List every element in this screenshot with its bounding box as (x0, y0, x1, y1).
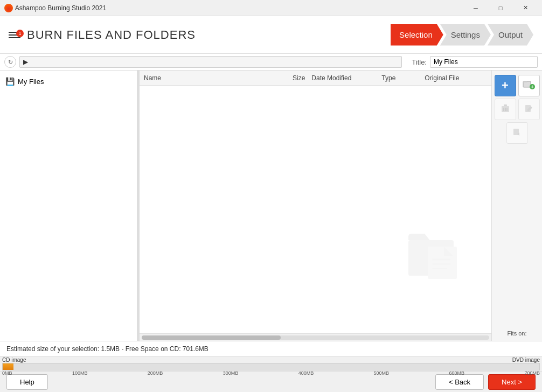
folder-tree: 💾 My Files (0, 71, 137, 341)
path-bar[interactable]: ▶ (19, 56, 402, 68)
file-list: Name Size Date Modified Type Original Fi… (140, 71, 491, 341)
col-header-date: Date Modified (311, 74, 381, 82)
app-title: Ashampoo Burning Studio 2021 (15, 4, 463, 12)
help-button[interactable]: Help (6, 374, 48, 390)
hscroll-thumb[interactable] (142, 335, 281, 340)
page-title: BURN FILES AND FOLDERS (27, 28, 391, 42)
svg-text:+: + (531, 84, 534, 90)
progress-ticks: 0MB 100MB 200MB 300MB 400MB 500MB 600MB … (0, 370, 542, 376)
add-icon: + (502, 79, 509, 93)
app-logo (4, 4, 13, 12)
title-bar: Ashampoo Burning Studio 2021 ─ □ ✕ (0, 0, 542, 16)
rename-icon (524, 103, 534, 116)
right-panel: + + (491, 71, 542, 341)
step-output[interactable]: Output (488, 24, 533, 46)
close-button[interactable]: ✕ (513, 0, 538, 16)
horizontal-scrollbar[interactable] (140, 333, 491, 341)
tree-item-myfiles[interactable]: 💾 My Files (0, 75, 137, 88)
col-header-name: Name (144, 74, 268, 82)
col-header-size: Size (268, 74, 311, 82)
maximize-button[interactable]: □ (488, 0, 513, 16)
header: 1 BURN FILES AND FOLDERS Selection Setti… (0, 16, 542, 54)
action-btn-row-top: + + (495, 75, 540, 96)
svg-rect-1 (428, 247, 457, 279)
main-area: 💾 My Files Name Size Date Modified Type … (0, 71, 542, 341)
fits-on-label: Fits on: (507, 330, 526, 337)
action-btn-row-mid (495, 99, 540, 120)
tree-item-label: My Files (18, 78, 44, 86)
progress-area: CD image DVD image 0MB 100MB 200MB 300MB… (0, 356, 542, 371)
dvd-image-label: DVD image (512, 357, 540, 363)
breadcrumb-row: ↻ ▶ Title: (0, 54, 542, 71)
menu-icon[interactable]: 1 (9, 32, 20, 38)
col-header-original: Original File (425, 74, 487, 82)
progress-bar-track (2, 363, 540, 370)
hscroll-track (142, 335, 489, 340)
file-list-header: Name Size Date Modified Type Original Fi… (140, 71, 491, 86)
window-controls: ─ □ ✕ (463, 0, 538, 16)
step-settings[interactable]: Settings (440, 24, 491, 46)
steps-nav: Selection Settings Output (391, 24, 533, 46)
remove-icon (500, 103, 511, 116)
add-folder-button[interactable]: + (518, 75, 540, 96)
add-folder-icon: + (523, 78, 536, 94)
empty-placeholder (405, 224, 470, 290)
add-files-button[interactable]: + (495, 75, 516, 96)
col-header-type: Type (381, 74, 425, 82)
title-label: Title: (412, 58, 427, 66)
title-input[interactable] (430, 56, 538, 68)
statusbar: Estimated size of your selection: 1.5MB … (0, 341, 542, 356)
next-button[interactable]: Next > (488, 374, 536, 390)
move-icon (512, 127, 523, 140)
step-selection[interactable]: Selection (391, 24, 443, 46)
rename-button[interactable] (518, 99, 540, 120)
back-button[interactable]: < Back (435, 374, 484, 390)
file-list-body[interactable] (140, 86, 491, 333)
drive-icon: 💾 (5, 77, 15, 86)
svg-rect-9 (504, 104, 507, 106)
minimize-button[interactable]: ─ (463, 0, 488, 16)
refresh-button[interactable]: ↻ (4, 56, 16, 68)
move-button[interactable] (506, 122, 528, 144)
remove-button[interactable] (495, 99, 516, 120)
cd-image-label: CD image (2, 357, 26, 363)
action-btn-row-bottom (506, 122, 528, 144)
status-text: Estimated size of your selection: 1.5MB … (6, 345, 209, 353)
progress-bar-fill (3, 363, 13, 370)
menu-badge: 1 (16, 30, 24, 37)
progress-labels: CD image DVD image (0, 356, 542, 363)
